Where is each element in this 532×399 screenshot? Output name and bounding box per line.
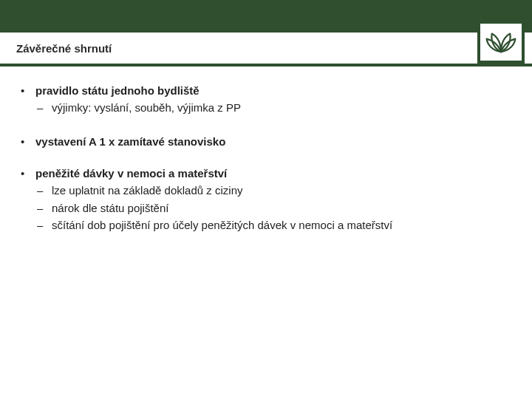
header-top-bar [0,0,532,33]
bullet-item: pravidlo státu jednoho bydliště výjimky:… [21,84,511,116]
bullet-item: peněžité dávky v nemoci a mateřství lze … [21,167,511,233]
sub-item: výjimky: vyslání, souběh, výjimka z PP [35,100,511,116]
bullet-item: vystavení A 1 x zamítavé stanovisko [21,135,511,148]
sub-list: výjimky: vyslání, souběh, výjimka z PP [35,100,511,116]
logo-container [477,21,525,64]
bullet-text: peněžité dávky v nemoci a mateřství [35,167,227,180]
content-area: pravidlo státu jednoho bydliště výjimky:… [0,66,532,233]
sub-item: sčítání dob pojištění pro účely peněžitý… [35,217,511,233]
sub-item: lze uplatnit na základě dokladů z ciziny [35,183,511,199]
bullet-list: pravidlo státu jednoho bydliště výjimky:… [21,84,511,233]
page-title: Závěrečné shrnutí [16,42,112,55]
title-strip: Závěrečné shrnutí [0,33,532,66]
bullet-text: vystavení A 1 x zamítavé stanovisko [35,135,225,148]
sub-list: lze uplatnit na základě dokladů z ciziny… [35,183,511,233]
bullet-text: pravidlo státu jednoho bydliště [35,84,200,97]
lotus-icon [480,24,522,61]
sub-item: nárok dle státu pojištění [35,200,511,216]
